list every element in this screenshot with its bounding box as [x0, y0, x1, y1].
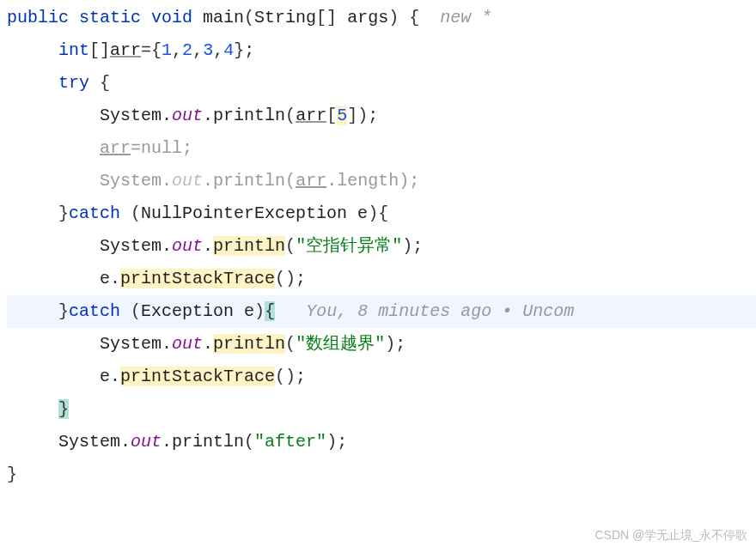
number-literal: 5: [337, 106, 347, 125]
number-literal: 3: [203, 40, 213, 60]
brackets: []: [316, 8, 337, 27]
string-literal: "数组越界": [296, 334, 385, 354]
static-field: out: [172, 236, 203, 256]
null-literal: null: [141, 138, 182, 158]
variable: e: [100, 269, 110, 288]
number-literal: 4: [223, 40, 234, 60]
variable: arr: [100, 138, 131, 158]
code-line[interactable]: System.out.println("after");: [7, 426, 756, 458]
number-literal: 1: [162, 40, 172, 60]
keyword: catch: [69, 203, 120, 223]
method-call: println: [213, 171, 285, 191]
type-name: NullPointerException: [141, 203, 347, 223]
code-line[interactable]: }: [7, 393, 756, 426]
code-line[interactable]: System.out.println(arr[5]);: [7, 100, 756, 132]
code-line[interactable]: arr=null;: [7, 132, 756, 165]
param-name: args: [347, 8, 388, 27]
class-ref: System: [100, 334, 162, 354]
keyword: catch: [69, 301, 120, 321]
method-call: println: [172, 432, 244, 452]
static-field: out: [131, 432, 162, 452]
brackets: []: [89, 40, 110, 60]
method-call: printStackTrace: [120, 367, 275, 386]
vcs-hint: new *: [440, 8, 491, 27]
variable: e: [244, 301, 254, 321]
class-ref: System: [100, 236, 162, 256]
code-line[interactable]: int[]arr={1,2,3,4};: [7, 34, 756, 67]
code-editor[interactable]: public static void main(String[] args) {…: [0, 0, 756, 491]
number-literal: 2: [182, 40, 192, 60]
git-blame-inlay: You, 8 minutes ago • Uncom: [306, 301, 574, 321]
type-name: String: [254, 8, 316, 27]
code-line[interactable]: }catch (NullPointerException e){: [7, 197, 756, 230]
watermark: CSDN @学无止境_永不停歌: [594, 524, 747, 547]
method-call: println: [213, 236, 285, 256]
code-line-current[interactable]: }catch (Exception e){ You, 8 minutes ago…: [7, 295, 756, 328]
code-line[interactable]: }: [7, 458, 756, 491]
brace-match: {: [265, 301, 275, 321]
code-line[interactable]: e.printStackTrace();: [7, 361, 756, 393]
method-call: println: [213, 334, 285, 354]
code-line[interactable]: System.out.println("空指针异常");: [7, 230, 756, 263]
property: length: [337, 171, 399, 191]
code-line[interactable]: System.out.println(arr.length);: [7, 165, 756, 197]
class-ref: System: [58, 432, 120, 452]
keyword: public static void: [7, 8, 192, 27]
code-line[interactable]: e.printStackTrace();: [7, 263, 756, 295]
method-call: printStackTrace: [120, 269, 275, 288]
keyword: try: [58, 73, 89, 93]
static-field: out: [172, 334, 203, 354]
class-ref: System: [100, 106, 162, 125]
type-name: Exception: [141, 301, 234, 321]
code-line[interactable]: public static void main(String[] args) {…: [7, 2, 756, 34]
method-name: main: [203, 8, 244, 27]
code-line[interactable]: try {: [7, 67, 756, 100]
static-field: out: [172, 171, 203, 191]
class-ref: System: [100, 171, 162, 191]
variable: arr: [296, 106, 326, 125]
string-literal: "空指针异常": [296, 236, 402, 256]
variable: arr: [296, 171, 326, 191]
string-literal: "after": [254, 432, 326, 452]
variable: arr: [110, 40, 141, 60]
code-line[interactable]: System.out.println("数组越界");: [7, 328, 756, 361]
variable: e: [357, 203, 368, 223]
static-field: out: [172, 106, 203, 125]
brace-match: }: [58, 399, 69, 419]
keyword: int: [58, 40, 89, 60]
variable: e: [100, 367, 110, 386]
method-call: println: [213, 106, 285, 125]
